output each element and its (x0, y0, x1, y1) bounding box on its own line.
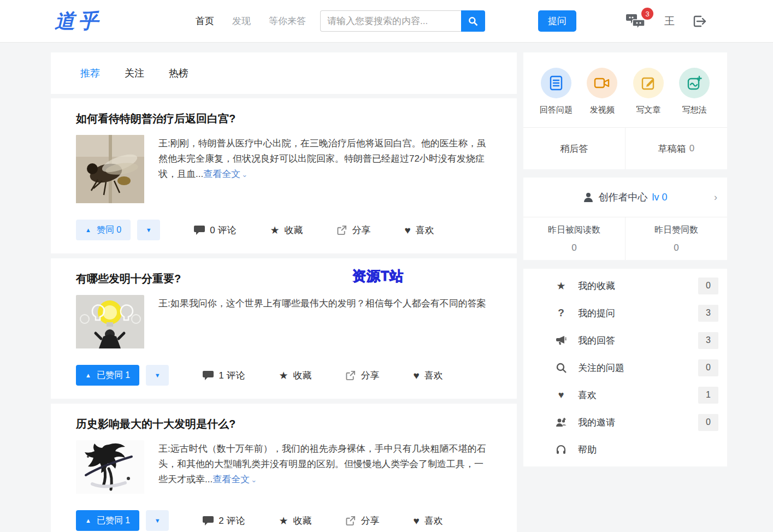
question-actions: ▲ 已赞同 1 ▼ 2 评论 ★ 收藏 (76, 510, 492, 531)
question-title[interactable]: 有哪些发明十分重要? (76, 271, 492, 286)
favorite-button[interactable]: ★ 收藏 (270, 224, 303, 237)
question-excerpt: 王:远古时代（数十万年前），我们的祖先赤身裸体，手中只有几块粗陋不堪的石头，和其… (158, 440, 492, 496)
question-card: 历史影响最大的十大发明是什么? 王:远古时代（数十万年前），我们的祖先赤身裸体，… (51, 404, 517, 532)
menu-label: 我的收藏 (578, 280, 615, 292)
favorite-button[interactable]: ★ 收藏 (279, 369, 311, 382)
menu-my-invitations[interactable]: 我的邀请 0 (523, 409, 727, 436)
question-title[interactable]: 历史影响最大的十大发明是什么? (76, 417, 492, 431)
share-icon (345, 370, 356, 381)
downvote-button[interactable]: ▼ (146, 510, 169, 531)
magnifier-icon (555, 363, 567, 373)
main-nav: 首页 发现 等你来答 (196, 15, 306, 27)
feed-column: 推荐 关注 热榜 如何看待特朗普治疗后返回白宫? (51, 52, 517, 532)
tab-recommended[interactable]: 推荐 (80, 67, 100, 80)
tab-hot-list[interactable]: 热榜 (169, 67, 188, 80)
comments-button[interactable]: 2 评论 (203, 515, 245, 527)
write-article-button[interactable]: 写文章 (629, 68, 668, 115)
menu-likes[interactable]: ♥ 喜欢 1 (523, 381, 727, 409)
messages-button[interactable]: 3 (626, 12, 648, 31)
menu-my-favorites[interactable]: ★ 我的收藏 0 (523, 272, 727, 299)
menu-label: 我的回答 (578, 334, 615, 347)
search-input[interactable] (320, 10, 461, 32)
site-logo[interactable]: 道乎 (55, 8, 102, 35)
menu-help[interactable]: 帮助 (523, 436, 727, 463)
star-icon: ★ (279, 370, 288, 381)
menu-count-badge: 0 (698, 414, 718, 431)
menu-count-badge: 0 (698, 359, 718, 376)
like-button[interactable]: ♥ 喜欢 (413, 515, 442, 527)
creator-level: lv 0 (652, 192, 667, 203)
favorite-label: 收藏 (293, 369, 311, 382)
tab-following[interactable]: 关注 (125, 67, 144, 80)
comments-label: 2 评论 (219, 515, 245, 527)
share-button[interactable]: 分享 (345, 369, 379, 382)
like-button[interactable]: ♥ 喜欢 (413, 369, 442, 382)
menu-my-questions[interactable]: ? 我的提问 3 (523, 299, 727, 327)
feed-tabs: 推荐 关注 热榜 (51, 52, 517, 94)
ask-question-button[interactable]: 提问 (538, 10, 576, 32)
question-card: 资源T站 有哪些发明十分重要? (51, 258, 517, 399)
question-card: 如何看待特朗普治疗后返回白宫? 王:刚刚，特朗普从医疗中 (51, 98, 517, 253)
heart-icon: ♥ (555, 389, 567, 401)
create-answer-button[interactable]: 回答问题 (536, 68, 576, 115)
menu-followed-questions[interactable]: 关注的问题 0 (523, 354, 727, 381)
menu-count-badge: 0 (698, 277, 718, 294)
drafts-count: 0 (689, 143, 694, 154)
logout-button[interactable] (691, 13, 707, 29)
later-drafts-row: 稍后答 草稿箱 0 (523, 127, 727, 169)
menu-label: 喜欢 (578, 389, 597, 401)
write-idea-button[interactable]: 写想法 (675, 68, 714, 115)
like-label: 喜欢 (416, 224, 434, 237)
user-name[interactable]: 王 (664, 14, 675, 28)
upvote-button[interactable]: ▲ 已赞同 1 (76, 365, 139, 386)
upvote-button[interactable]: ▲ 已赞同 1 (76, 510, 139, 531)
write-idea-label: 写想法 (682, 105, 706, 115)
read-more-link[interactable]: 查看全文 (213, 474, 257, 484)
video-camera-icon (587, 68, 617, 98)
question-title[interactable]: 如何看待特朗普治疗后返回白宫? (76, 111, 492, 126)
favorite-button[interactable]: ★ 收藏 (279, 515, 311, 527)
share-label: 分享 (361, 369, 379, 382)
upvote-button[interactable]: ▲ 赞同 0 (76, 220, 131, 240)
nav-item-home[interactable]: 首页 (196, 15, 214, 27)
creator-center-link[interactable]: 创作者中心 lv 0 › (523, 178, 727, 217)
comments-button[interactable]: 1 评论 (203, 369, 245, 382)
heart-icon: ♥ (413, 516, 419, 526)
stat-label: 昨日被阅读数 (548, 224, 600, 236)
share-button[interactable]: 分享 (337, 224, 370, 237)
like-button[interactable]: ♥ 喜欢 (404, 224, 434, 237)
heart-icon: ♥ (413, 370, 419, 381)
write-idea-icon (679, 68, 710, 98)
excerpt-text: 王:远古时代（数十万年前），我们的祖先赤身裸体，手中只有几块粗陋不堪的石头，和其… (158, 444, 486, 484)
question-body-row: 王:刚刚，特朗普从医疗中心出院，在三晚治疗后他将返回白宫。他的医生称，虽然他未完… (76, 135, 492, 205)
question-thumbnail-bulbs[interactable] (76, 295, 144, 351)
nav-item-waiting-answer[interactable]: 等你来答 (269, 15, 306, 27)
nav-item-discover[interactable]: 发现 (232, 15, 251, 27)
downvote-button[interactable]: ▼ (137, 220, 160, 240)
favorite-label: 收藏 (284, 224, 303, 237)
creator-center-label: 创作者中心 (598, 191, 647, 204)
stat-value: 0 (571, 243, 576, 253)
upvote-triangle-icon: ▲ (85, 372, 91, 379)
logout-icon (691, 13, 707, 29)
headset-icon (555, 445, 567, 454)
question-thumbnail-ink-warrior[interactable] (76, 440, 144, 496)
comments-button[interactable]: 0 评论 (194, 224, 236, 237)
comment-icon (194, 225, 205, 235)
question-thumbnail-fly[interactable] (76, 135, 144, 205)
excerpt-text: 王:如果我问你，这个世界上有哪些最伟大的发明？相信每个人都会有不同的答案 (158, 298, 486, 309)
user-add-icon (555, 417, 567, 427)
read-more-link[interactable]: 查看全文 (203, 169, 247, 179)
share-button[interactable]: 分享 (345, 515, 379, 527)
share-label: 分享 (352, 224, 370, 237)
post-video-button[interactable]: 发视频 (582, 68, 622, 115)
star-icon: ★ (279, 516, 288, 526)
downvote-button[interactable]: ▼ (146, 365, 169, 386)
create-actions: 回答问题 发视频 写文章 (523, 52, 727, 115)
question-body-row: 王:如果我问你，这个世界上有哪些最伟大的发明？相信每个人都会有不同的答案 (76, 295, 492, 351)
menu-my-answers[interactable]: 我的回答 3 (523, 327, 727, 354)
chevron-right-icon: › (714, 192, 717, 203)
answer-later-button[interactable]: 稍后答 (523, 128, 625, 169)
drafts-button[interactable]: 草稿箱 0 (625, 128, 727, 169)
search-button[interactable] (461, 10, 485, 32)
